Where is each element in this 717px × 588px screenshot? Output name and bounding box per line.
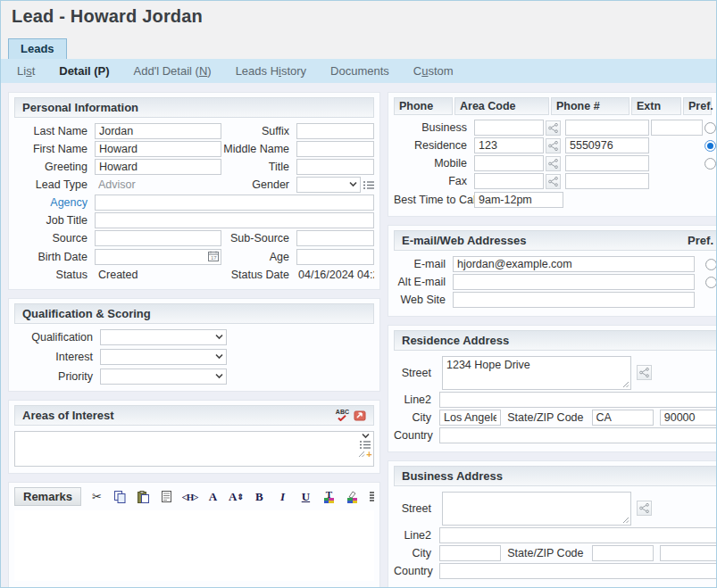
bus-street-field[interactable]	[442, 492, 631, 526]
job-title-field[interactable]	[95, 212, 374, 228]
share-icon[interactable]	[546, 120, 561, 136]
text-color-icon[interactable]: T	[321, 489, 337, 504]
lead-type-value: Advisor	[95, 177, 221, 193]
res-country-field[interactable]	[439, 427, 716, 443]
qualification-select[interactable]	[100, 329, 227, 345]
add-icon[interactable]: +	[366, 451, 371, 458]
source-field[interactable]	[95, 230, 221, 246]
label-res-country: Country	[394, 427, 437, 443]
list-icon[interactable]	[363, 180, 374, 190]
sub-source-field[interactable]	[296, 230, 374, 246]
cut-icon[interactable]: ✂	[89, 489, 104, 504]
resize-handle-icon[interactable]	[622, 381, 629, 388]
align-left-icon[interactable]	[368, 489, 374, 504]
menu-item-detail[interactable]: Detail (P)	[59, 64, 109, 78]
label-res-city: City	[394, 410, 437, 426]
business-pref-radio[interactable]	[704, 122, 716, 134]
bus-line2-field[interactable]	[439, 527, 716, 543]
fax-area-code-field[interactable]	[474, 173, 544, 189]
highlight-color-icon[interactable]	[345, 489, 360, 504]
business-phone-field[interactable]	[565, 120, 649, 136]
birth-date-field[interactable]	[95, 249, 221, 265]
res-zip-field[interactable]	[660, 410, 716, 426]
bus-state-field[interactable]	[592, 545, 654, 561]
menu-item-leads-history[interactable]: Leads History	[236, 64, 306, 78]
remarks-tab[interactable]: Remarks	[14, 487, 81, 506]
chevron-down-icon	[215, 373, 223, 379]
web-site-field[interactable]	[453, 292, 695, 308]
residence-phone-field[interactable]	[565, 137, 649, 153]
greeting-field[interactable]	[95, 159, 221, 175]
mobile-area-code-field[interactable]	[474, 155, 544, 171]
chevron-down-icon[interactable]	[362, 433, 370, 439]
share-icon[interactable]	[546, 138, 561, 153]
share-icon[interactable]	[546, 156, 561, 171]
first-name-field[interactable]	[95, 141, 221, 157]
title-field[interactable]	[296, 159, 374, 175]
label-suffix: Suffix	[223, 123, 295, 139]
label-greeting: Greeting	[14, 159, 93, 175]
plain-text-icon[interactable]	[159, 489, 174, 504]
res-city-field[interactable]	[439, 410, 501, 426]
business-area-code-field[interactable]	[474, 120, 544, 136]
menu-item-list[interactable]: List	[17, 64, 35, 78]
copy-icon[interactable]	[113, 489, 128, 504]
resize-handle-icon[interactable]	[622, 517, 629, 524]
label-bus-city: City	[394, 545, 437, 561]
calendar-icon[interactable]: 17	[208, 251, 219, 261]
bold-icon[interactable]: B	[252, 489, 267, 504]
share-icon[interactable]	[637, 365, 652, 380]
menu-item-documents[interactable]: Documents	[330, 64, 389, 78]
share-icon[interactable]	[637, 501, 652, 516]
interest-select[interactable]	[100, 349, 227, 365]
residence-area-code-field[interactable]	[474, 137, 544, 153]
menu-item-addl-detail[interactable]: Add'l Detail (N)	[134, 64, 212, 78]
label-res-street: Street	[394, 356, 437, 381]
share-icon[interactable]	[546, 174, 561, 189]
underline-icon[interactable]: U	[298, 489, 313, 504]
alt-email-pref-radio[interactable]	[705, 277, 716, 288]
html-icon[interactable]: <H>	[182, 489, 197, 504]
remarks-section: Remarks ✂ <H> A A⇕ B I U T 123	[8, 482, 380, 587]
last-name-field[interactable]	[95, 123, 221, 139]
menu-item-custom[interactable]: Custom	[413, 64, 454, 78]
email-header: E-mail/Web Addresses Pref.	[394, 230, 716, 251]
tab-leads[interactable]: Leads	[8, 38, 67, 59]
res-state-field[interactable]	[592, 410, 654, 426]
menu-bar: List Detail (P) Add'l Detail (N) Leads H…	[1, 59, 716, 83]
email-field[interactable]	[453, 256, 695, 272]
business-extn-field[interactable]	[651, 120, 703, 136]
fax-phone-field[interactable]	[565, 173, 649, 189]
resize-handle-icon[interactable]	[358, 451, 365, 458]
agency-link[interactable]: Agency	[14, 195, 93, 211]
areas-of-interest-input[interactable]: +	[14, 431, 374, 467]
middle-name-field[interactable]	[296, 141, 374, 157]
mobile-phone-field[interactable]	[565, 155, 649, 171]
font-icon[interactable]: A	[205, 489, 221, 504]
priority-select[interactable]	[100, 369, 227, 385]
res-street-field[interactable]: 1234 Hope Drive	[442, 356, 631, 390]
bus-city-field[interactable]	[439, 545, 501, 561]
residence-pref-radio[interactable]	[704, 140, 716, 152]
font-size-icon[interactable]: A⇕	[229, 489, 244, 504]
mobile-pref-radio[interactable]	[704, 158, 716, 170]
phone-row-mobile: Mobile	[394, 155, 716, 171]
remarks-editor[interactable]	[14, 510, 374, 581]
popout-icon[interactable]	[354, 410, 366, 421]
suffix-field[interactable]	[296, 123, 374, 139]
email-row: E-mail	[394, 256, 716, 272]
label-birth-date: Birth Date	[14, 249, 93, 265]
age-field[interactable]	[296, 249, 374, 265]
tab-strip: Leads	[1, 29, 716, 59]
email-pref-radio[interactable]	[705, 259, 716, 270]
gender-select[interactable]	[296, 177, 361, 193]
paste-icon[interactable]	[136, 489, 151, 504]
best-time-field[interactable]	[474, 192, 563, 208]
agency-field[interactable]	[95, 195, 374, 211]
alt-email-field[interactable]	[453, 274, 695, 290]
bus-country-field[interactable]	[439, 563, 716, 579]
res-line2-field[interactable]	[439, 392, 716, 408]
bus-zip-field[interactable]	[660, 545, 716, 561]
spellcheck-icon[interactable]: ABC	[336, 410, 349, 421]
italic-icon[interactable]: I	[275, 489, 290, 504]
